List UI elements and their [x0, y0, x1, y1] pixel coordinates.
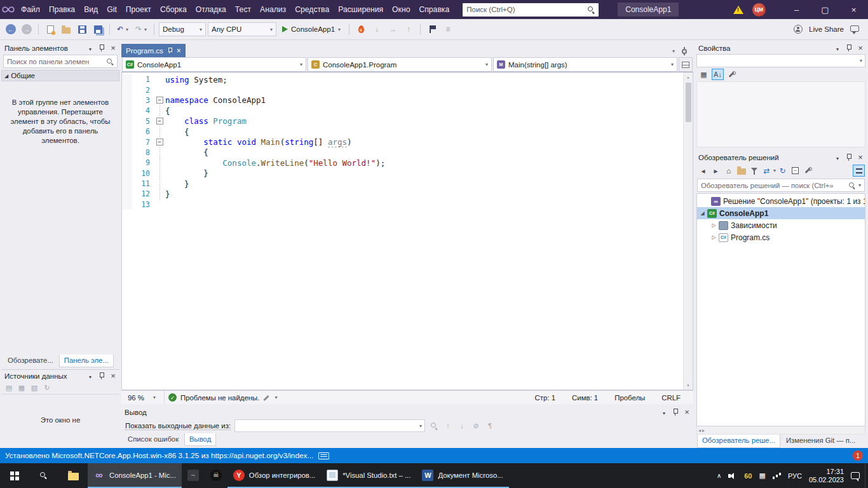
- tree-expander-icon[interactable]: ▷: [710, 234, 718, 240]
- taskbar-search-button[interactable]: [29, 463, 58, 488]
- close-panel-button[interactable]: [855, 43, 865, 53]
- editor-scrollbar[interactable]: ▴ ▾: [683, 72, 693, 390]
- save-button[interactable]: [75, 22, 89, 37]
- step-into-button[interactable]: [370, 22, 384, 37]
- collapse-all-button[interactable]: [789, 165, 801, 177]
- sync-with-active-document-button[interactable]: [761, 165, 773, 177]
- back-button[interactable]: [697, 165, 709, 177]
- fold-margin[interactable]: [154, 137, 165, 147]
- toolbox-tab-1[interactable]: Панель эле...: [59, 355, 114, 367]
- solution-explorer-header[interactable]: Обозреватель решений: [695, 151, 867, 163]
- action-center-button[interactable]: [851, 472, 860, 479]
- window-menu-button[interactable]: [832, 43, 843, 53]
- eol-status[interactable]: CRLF: [661, 394, 681, 402]
- toolbox-tab-0[interactable]: Обозревате...: [3, 355, 58, 367]
- tree-horizontal-scrollbar[interactable]: ◂ ▸: [696, 426, 865, 435]
- menu-item-8[interactable]: Анализ: [255, 0, 290, 19]
- menu-item-11[interactable]: Окно: [388, 0, 414, 19]
- menu-item-10[interactable]: Расширения: [334, 0, 388, 19]
- hot-reload-button[interactable]: [354, 22, 368, 37]
- taskbar-app-0[interactable]: ConsoleApp1 - Mic...: [88, 463, 182, 488]
- fold-margin[interactable]: [154, 116, 165, 126]
- taskbar-app-4[interactable]: *Visual Studio.txt – ...: [321, 463, 416, 488]
- output-source-dropdown[interactable]: ▾: [234, 419, 425, 432]
- switch-views-button[interactable]: [735, 165, 747, 177]
- show-all-files-button[interactable]: [802, 165, 814, 177]
- feedback-button[interactable]: [848, 22, 862, 37]
- close-panel-button[interactable]: [108, 43, 118, 53]
- no-issues-icon[interactable]: [168, 393, 177, 402]
- property-pages-button[interactable]: [726, 69, 738, 80]
- add-data-source-icon[interactable]: [4, 383, 14, 393]
- configure-data-source-icon[interactable]: [29, 383, 39, 393]
- zoom-dropdown[interactable]: 96 % ▾: [125, 391, 165, 404]
- output-tab-0[interactable]: Список ошибок: [123, 433, 183, 446]
- menu-item-4[interactable]: Проект: [121, 0, 156, 19]
- nav-back-button[interactable]: [4, 22, 18, 37]
- refresh-button[interactable]: [776, 165, 789, 177]
- forward-button[interactable]: [710, 165, 722, 177]
- close-button[interactable]: ×: [839, 0, 868, 19]
- alphabetical-sort-button[interactable]: A↓: [712, 69, 724, 80]
- word-wrap-icon[interactable]: [485, 421, 495, 431]
- start-debug-button[interactable]: ConsoleApp1 ▾: [278, 22, 344, 37]
- window-menu-button[interactable]: [85, 371, 95, 381]
- edit-data-source-icon[interactable]: [17, 383, 27, 393]
- close-icon[interactable]: ×: [177, 48, 181, 54]
- warning-icon[interactable]: [733, 6, 743, 14]
- clock[interactable]: 17:31 05.02.2023: [809, 468, 844, 484]
- minimize-button[interactable]: –: [782, 0, 811, 19]
- volume-icon[interactable]: [728, 472, 737, 480]
- open-file-button[interactable]: [59, 22, 73, 37]
- menu-item-5[interactable]: Сборка: [156, 0, 191, 19]
- properties-header[interactable]: Свойства: [695, 42, 867, 54]
- taskbar-app-3[interactable]: Обзор интегриров...: [227, 463, 321, 488]
- start-button[interactable]: [0, 463, 29, 488]
- home-icon[interactable]: [722, 165, 735, 177]
- pin-button[interactable]: [97, 371, 107, 381]
- next-message-icon[interactable]: [457, 421, 467, 431]
- pin-button[interactable]: [97, 43, 107, 53]
- scroll-left-icon[interactable]: ◂: [698, 428, 701, 433]
- undo-button[interactable]: ▾: [114, 22, 128, 37]
- split-editor-button[interactable]: [679, 57, 693, 72]
- output-header[interactable]: Вывод: [121, 406, 693, 418]
- nav-forward-button[interactable]: [20, 22, 34, 37]
- fold-toggle-icon[interactable]: [156, 118, 163, 125]
- output-tab-1[interactable]: Вывод: [184, 433, 216, 446]
- menu-item-3[interactable]: Git: [102, 0, 121, 19]
- close-panel-button[interactable]: [108, 371, 118, 381]
- find-icon[interactable]: [430, 422, 438, 430]
- config-dropdown[interactable]: Debug▾: [159, 22, 206, 36]
- taskbar-app-5[interactable]: Документ Microso...: [416, 463, 508, 488]
- taskbar-app-1[interactable]: [182, 463, 205, 488]
- pin-button[interactable]: [670, 407, 681, 417]
- window-menu-button[interactable]: [85, 43, 95, 53]
- solution-tab-1[interactable]: Изменения Git — п...: [782, 435, 860, 448]
- step-over-button[interactable]: [386, 22, 400, 37]
- save-all-button[interactable]: [91, 22, 105, 37]
- scrollbar-thumb[interactable]: [686, 83, 691, 122]
- live-share-button[interactable]: [791, 22, 805, 37]
- step-out-button[interactable]: [402, 22, 416, 37]
- menu-item-2[interactable]: Вид: [79, 0, 102, 19]
- pin-icon[interactable]: [167, 47, 173, 54]
- close-panel-button[interactable]: [682, 407, 692, 417]
- preview-selected-toggle[interactable]: [853, 165, 865, 177]
- menu-item-0[interactable]: Файл: [17, 0, 44, 19]
- new-project-button[interactable]: [43, 22, 57, 37]
- close-panel-button[interactable]: [855, 152, 865, 162]
- gear-icon[interactable]: [680, 47, 688, 55]
- fold-toggle-icon[interactable]: [156, 139, 163, 146]
- hidden-icons-button[interactable]: [717, 472, 721, 479]
- categorized-view-button[interactable]: ▦: [698, 69, 710, 80]
- pin-button[interactable]: [844, 43, 854, 53]
- type-dropdown[interactable]: C ConsoleApp1.Program ▾: [308, 57, 492, 72]
- member-dropdown[interactable]: M Main(string[] args) ▾: [493, 57, 677, 72]
- indent-status[interactable]: Пробелы: [614, 394, 645, 402]
- pencil-icon[interactable]: [263, 394, 271, 402]
- scroll-up-icon[interactable]: ▴: [687, 72, 690, 81]
- window-menu-button[interactable]: [659, 407, 669, 417]
- data-sources-header[interactable]: Источники данных: [1, 370, 119, 382]
- quick-search-input[interactable]: Поиск (Ctrl+Q): [463, 3, 599, 17]
